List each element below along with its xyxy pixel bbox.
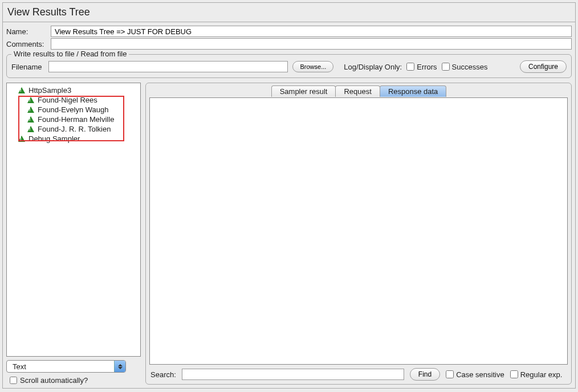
response-content-area[interactable] xyxy=(149,97,568,365)
comments-input[interactable] xyxy=(51,38,572,50)
tab-response-data[interactable]: Response data xyxy=(380,85,446,97)
renderer-select[interactable]: Text xyxy=(6,360,126,373)
file-fieldset: Write results to file / Read from file F… xyxy=(6,54,572,78)
success-icon xyxy=(27,126,34,132)
tree-item-label: Found-Herman Melville xyxy=(38,115,114,124)
file-row: Filename Browse... Log/Display Only: Err… xyxy=(11,60,567,73)
scroll-auto-checkbox[interactable] xyxy=(10,377,17,384)
form-rows: Name: Comments: xyxy=(3,22,575,52)
tree-item-label: Debug Sampler xyxy=(29,134,80,143)
successes-label: Successes xyxy=(452,63,488,71)
filename-label: Filename xyxy=(11,63,42,71)
search-input[interactable] xyxy=(182,369,404,380)
regex-label: Regular exp. xyxy=(520,370,563,379)
errors-label: Errors xyxy=(417,63,437,71)
tree-item-label: Found-Evelyn Waugh xyxy=(38,105,109,114)
successes-checkbox-wrap[interactable]: Successes xyxy=(442,63,488,71)
tree-item[interactable]: Debug Sampler xyxy=(7,134,140,144)
tree-item[interactable]: Found-Nigel Rees xyxy=(7,95,140,105)
comments-row: Comments: xyxy=(6,38,572,50)
renderer-select-wrap: Text xyxy=(6,360,141,373)
scroll-auto-label: Scroll automatically? xyxy=(20,376,88,385)
tabs-bar: Sampler result Request Response data xyxy=(149,85,568,98)
tree-item-label: Found-Nigel Rees xyxy=(38,96,97,104)
case-sensitive-wrap[interactable]: Case sensitive xyxy=(446,370,504,379)
tab-request[interactable]: Request xyxy=(335,85,380,97)
results-tree[interactable]: HttpSample3 Found-Nigel Rees Found-Evely… xyxy=(6,83,141,357)
success-icon xyxy=(18,136,25,142)
tree-item[interactable]: HttpSample3 xyxy=(7,85,140,95)
view-results-panel: View Results Tree Name: Comments: Write … xyxy=(2,2,576,389)
page-title: View Results Tree xyxy=(3,3,575,22)
renderer-select-value: Text xyxy=(13,362,26,371)
right-column: Sampler result Request Response data Sea… xyxy=(145,83,572,385)
main-split: HttpSample3 Found-Nigel Rees Found-Evely… xyxy=(3,80,575,388)
search-row: Search: Find Case sensitive Regular exp. xyxy=(149,365,568,382)
success-icon xyxy=(27,107,34,113)
errors-checkbox-wrap[interactable]: Errors xyxy=(406,63,437,71)
filename-input[interactable] xyxy=(48,61,288,72)
regex-wrap[interactable]: Regular exp. xyxy=(510,370,563,379)
case-sensitive-checkbox[interactable] xyxy=(446,370,454,378)
tree-item-label: Found-J. R. R. Tolkien xyxy=(38,125,111,133)
find-button[interactable]: Find xyxy=(410,368,440,381)
comments-label: Comments: xyxy=(6,40,51,48)
success-icon xyxy=(18,87,25,93)
logdisplay-label: Log/Display Only: xyxy=(344,63,402,71)
tree-item-label: HttpSample3 xyxy=(29,86,71,95)
updown-arrows-icon xyxy=(114,361,125,372)
name-row: Name: xyxy=(6,26,572,37)
tab-sampler-result[interactable]: Sampler result xyxy=(271,85,336,97)
name-input[interactable] xyxy=(51,26,572,37)
scroll-auto-wrap[interactable]: Scroll automatically? xyxy=(6,376,141,385)
file-legend: Write results to file / Read from file xyxy=(11,50,129,58)
name-label: Name: xyxy=(6,27,51,36)
search-label: Search: xyxy=(150,370,176,379)
case-sensitive-label: Case sensitive xyxy=(456,370,504,379)
browse-button[interactable]: Browse... xyxy=(292,61,333,72)
errors-checkbox[interactable] xyxy=(406,63,414,71)
successes-checkbox[interactable] xyxy=(442,63,450,71)
success-icon xyxy=(27,116,34,122)
configure-button[interactable]: Configure xyxy=(520,60,567,73)
tree-item[interactable]: Found-Evelyn Waugh xyxy=(7,105,140,115)
left-column: HttpSample3 Found-Nigel Rees Found-Evely… xyxy=(6,83,141,385)
success-icon xyxy=(27,97,34,103)
regex-checkbox[interactable] xyxy=(510,370,518,378)
tree-item[interactable]: Found-Herman Melville xyxy=(7,115,140,124)
tree-item[interactable]: Found-J. R. R. Tolkien xyxy=(7,124,140,134)
